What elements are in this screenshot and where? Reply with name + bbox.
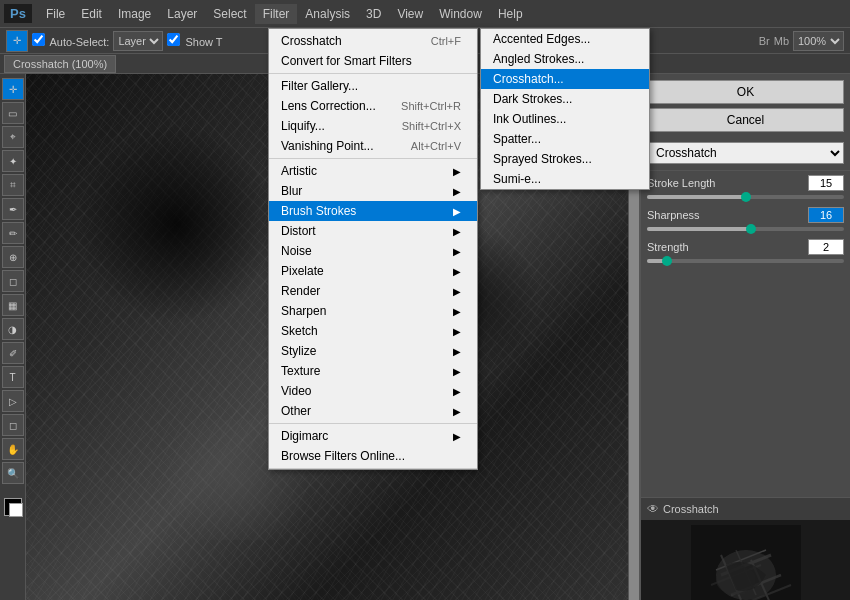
stroke-length-input[interactable]	[808, 175, 844, 191]
menu-sharpen[interactable]: Sharpen ▶	[269, 301, 477, 321]
strength-input[interactable]	[808, 239, 844, 255]
menu-3d[interactable]: 3D	[358, 4, 389, 24]
type-tool[interactable]: T	[2, 366, 24, 388]
sharpness-slider[interactable]	[641, 227, 850, 235]
crosshatch-shortcut: Ctrl+F	[431, 35, 461, 47]
strength-thumb[interactable]	[662, 256, 672, 266]
shape-tool[interactable]: ◻	[2, 414, 24, 436]
noise-label: Noise	[281, 244, 312, 258]
menu-pixelate[interactable]: Pixelate ▶	[269, 261, 477, 281]
brush-tool[interactable]: ✏	[2, 222, 24, 244]
menu-help[interactable]: Help	[490, 4, 531, 24]
filter-dropdown[interactable]: Crosshatch	[647, 142, 844, 164]
menu-stylize[interactable]: Stylize ▶	[269, 341, 477, 361]
move-tool[interactable]: ✛	[6, 30, 28, 52]
sharpen-label: Sharpen	[281, 304, 326, 318]
show-checkbox[interactable]	[167, 33, 180, 46]
dodge-tool[interactable]: ◑	[2, 318, 24, 340]
menu-browse-filters[interactable]: Browse Filters Online...	[269, 446, 477, 466]
submenu-spatter[interactable]: Spatter...	[481, 129, 649, 149]
texture-label: Texture	[281, 364, 320, 378]
preview-label: Crosshatch	[663, 503, 719, 515]
sprayed-strokes-label: Sprayed Strokes...	[493, 152, 592, 166]
menu-select[interactable]: Select	[205, 4, 254, 24]
sharpness-input[interactable]	[808, 207, 844, 223]
angled-strokes-label: Angled Strokes...	[493, 52, 584, 66]
menu-filter[interactable]: Filter	[255, 4, 298, 24]
menu-liquify[interactable]: Liquify... Shift+Ctrl+X	[269, 116, 477, 136]
menu-digimarc[interactable]: Digimarc ▶	[269, 426, 477, 446]
menu-layer[interactable]: Layer	[159, 4, 205, 24]
menu-sketch[interactable]: Sketch ▶	[269, 321, 477, 341]
submenu-dark-strokes[interactable]: Dark Strokes...	[481, 89, 649, 109]
sharpness-fill	[647, 227, 751, 231]
submenu-crosshatch[interactable]: Crosshatch...	[481, 69, 649, 89]
pen-tool[interactable]: ✐	[2, 342, 24, 364]
submenu-ink-outlines[interactable]: Ink Outlines...	[481, 109, 649, 129]
hand-tool[interactable]: ✋	[2, 438, 24, 460]
cancel-button[interactable]: Cancel	[647, 108, 844, 132]
stroke-length-slider[interactable]	[641, 195, 850, 203]
menu-analysis[interactable]: Analysis	[297, 4, 358, 24]
eyedropper-tool[interactable]: ✒	[2, 198, 24, 220]
menu-image[interactable]: Image	[110, 4, 159, 24]
menu-edit[interactable]: Edit	[73, 4, 110, 24]
menu-view[interactable]: View	[389, 4, 431, 24]
layer-select[interactable]: Layer	[113, 31, 163, 51]
crop-tool[interactable]: ⌗	[2, 174, 24, 196]
preview-svg	[691, 525, 801, 600]
artistic-arrow: ▶	[453, 166, 461, 177]
menu-convert-smart[interactable]: Convert for Smart Filters	[269, 51, 477, 71]
background-color[interactable]	[9, 503, 23, 517]
menu-lens-correction[interactable]: Lens Correction... Shift+Ctrl+R	[269, 96, 477, 116]
stroke-length-thumb[interactable]	[741, 192, 751, 202]
submenu-sumi-e[interactable]: Sumi-e...	[481, 169, 649, 189]
menu-distort[interactable]: Distort ▶	[269, 221, 477, 241]
auto-select-checkbox[interactable]	[32, 33, 45, 46]
preview-image	[691, 525, 801, 600]
menu-other[interactable]: Other ▶	[269, 401, 477, 421]
move-tool-sidebar[interactable]: ✛	[2, 78, 24, 100]
zoom-select[interactable]: 100%	[793, 31, 844, 51]
filter-menu-gallery-section: Filter Gallery... Lens Correction... Shi…	[269, 74, 477, 159]
submenu-sprayed-strokes[interactable]: Sprayed Strokes...	[481, 149, 649, 169]
brush-strokes-label: Brush Strokes	[281, 204, 356, 218]
menu-window[interactable]: Window	[431, 4, 490, 24]
menu-blur[interactable]: Blur ▶	[269, 181, 477, 201]
menubar: Ps File Edit Image Layer Select Filter A…	[0, 0, 850, 28]
liquify-shortcut: Shift+Ctrl+X	[402, 120, 461, 132]
sharpness-thumb[interactable]	[746, 224, 756, 234]
strength-row: Strength	[641, 235, 850, 259]
zoom-tool[interactable]: 🔍	[2, 462, 24, 484]
marquee-tool[interactable]: ▭	[2, 102, 24, 124]
sketch-label: Sketch	[281, 324, 318, 338]
digimarc-arrow: ▶	[453, 431, 461, 442]
preview-header: 👁 Crosshatch	[641, 498, 850, 520]
preview-eye-icon[interactable]: 👁	[647, 502, 659, 516]
ok-button[interactable]: OK	[647, 80, 844, 104]
menu-video[interactable]: Video ▶	[269, 381, 477, 401]
canvas-tab[interactable]: Crosshatch (100%)	[4, 55, 116, 73]
filter-menu[interactable]: Crosshatch Ctrl+F Convert for Smart Filt…	[268, 28, 478, 470]
menu-vanishing-point[interactable]: Vanishing Point... Alt+Ctrl+V	[269, 136, 477, 156]
strength-slider[interactable]	[641, 259, 850, 267]
menu-texture[interactable]: Texture ▶	[269, 361, 477, 381]
lasso-tool[interactable]: ⌖	[2, 126, 24, 148]
submenu-accented-edges[interactable]: Accented Edges...	[481, 29, 649, 49]
brush-strokes-submenu[interactable]: Accented Edges... Angled Strokes... Cros…	[480, 28, 650, 190]
clone-tool[interactable]: ⊕	[2, 246, 24, 268]
magic-wand-tool[interactable]: ✦	[2, 150, 24, 172]
preview-thumbnail	[641, 520, 850, 600]
gradient-tool[interactable]: ▦	[2, 294, 24, 316]
menu-render[interactable]: Render ▶	[269, 281, 477, 301]
path-tool[interactable]: ▷	[2, 390, 24, 412]
foreground-color[interactable]	[4, 498, 22, 516]
eraser-tool[interactable]: ◻	[2, 270, 24, 292]
menu-brush-strokes[interactable]: Brush Strokes ▶	[269, 201, 477, 221]
menu-artistic[interactable]: Artistic ▶	[269, 161, 477, 181]
menu-filter-gallery[interactable]: Filter Gallery...	[269, 76, 477, 96]
menu-file[interactable]: File	[38, 4, 73, 24]
menu-noise[interactable]: Noise ▶	[269, 241, 477, 261]
submenu-angled-strokes[interactable]: Angled Strokes...	[481, 49, 649, 69]
menu-crosshatch[interactable]: Crosshatch Ctrl+F	[269, 31, 477, 51]
